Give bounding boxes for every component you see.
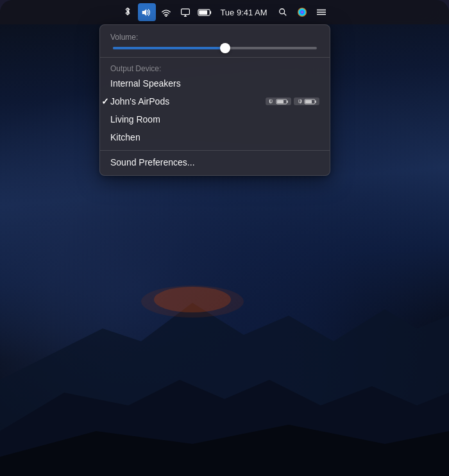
airpods-checkmark: ✓ xyxy=(101,96,109,106)
volume-fill xyxy=(113,47,225,49)
svg-point-12 xyxy=(279,9,284,14)
divider-2 xyxy=(100,150,330,151)
svg-line-13 xyxy=(284,13,286,16)
svg-marker-6 xyxy=(142,8,146,15)
volume-dropdown: Volume: Output Device: Internal Speakers… xyxy=(99,24,330,176)
johns-airpods-label: John's AirPods xyxy=(110,96,266,106)
divider-1 xyxy=(100,57,330,58)
volume-icon[interactable] xyxy=(138,3,156,21)
device-living-room[interactable]: Living Room xyxy=(100,110,330,128)
volume-track[interactable] xyxy=(113,47,317,49)
svg-point-4 xyxy=(141,285,244,318)
internal-speakers-label: Internal Speakers xyxy=(110,78,319,89)
sound-preferences-label: Sound Preferences... xyxy=(110,157,195,167)
menu-lines-icon[interactable] xyxy=(312,3,330,21)
search-icon[interactable] xyxy=(274,3,292,21)
volume-label: Volume: xyxy=(110,33,319,42)
airpods-battery-icons xyxy=(266,98,319,105)
volume-slider-container[interactable] xyxy=(110,47,319,49)
airplay-icon[interactable] xyxy=(176,3,194,21)
menubar-time: Tue 9:41 AM xyxy=(220,8,267,17)
svg-rect-23 xyxy=(305,100,312,103)
menubar-icons: Tue 9:41 AM xyxy=(13,3,436,21)
svg-rect-8 xyxy=(182,8,190,14)
volume-section: Volume: xyxy=(100,33,330,55)
volume-thumb[interactable] xyxy=(220,43,230,53)
svg-rect-19 xyxy=(287,101,288,103)
kitchen-label: Kitchen xyxy=(110,132,319,142)
living-room-label: Living Room xyxy=(110,114,319,124)
mountain-silhouette xyxy=(0,251,449,476)
svg-rect-10 xyxy=(210,11,212,14)
output-device-label: Output Device: xyxy=(100,60,330,74)
bluetooth-icon[interactable] xyxy=(119,3,137,21)
device-internal-speakers[interactable]: Internal Speakers xyxy=(100,74,330,92)
menubar: Tue 9:41 AM xyxy=(0,0,449,24)
device-kitchen[interactable]: Kitchen xyxy=(100,128,330,146)
battery-icon[interactable] xyxy=(196,3,214,21)
wifi-icon[interactable] xyxy=(157,3,175,21)
svg-rect-11 xyxy=(199,10,208,14)
airpod-right-badge xyxy=(294,98,319,105)
device-johns-airpods[interactable]: ✓ John's AirPods xyxy=(100,92,330,110)
svg-point-14 xyxy=(298,8,307,17)
sound-preferences-button[interactable]: Sound Preferences... xyxy=(100,153,330,171)
svg-point-7 xyxy=(166,15,167,17)
mac-frame: Tue 9:41 AM xyxy=(0,0,449,476)
airpod-left-badge xyxy=(266,98,291,105)
svg-rect-22 xyxy=(315,101,316,103)
siri-icon[interactable] xyxy=(293,3,311,21)
svg-rect-20 xyxy=(277,100,284,103)
